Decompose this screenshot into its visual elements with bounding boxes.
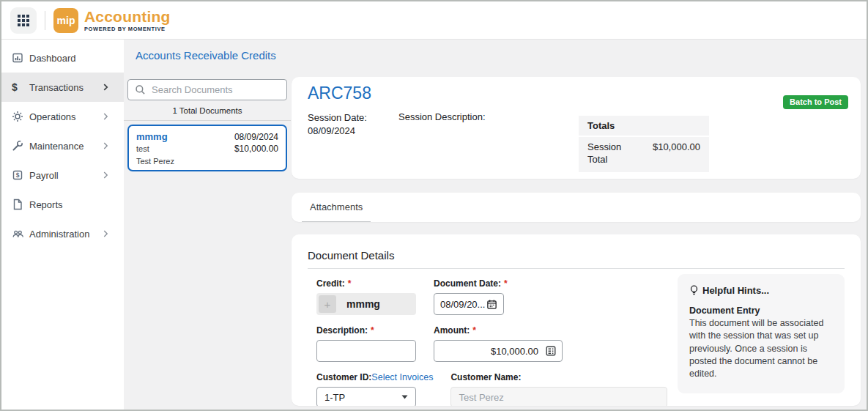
customer-id-label: Customer ID:	[316, 372, 371, 382]
customer-name-value: Test Perez	[459, 392, 503, 403]
search-box[interactable]	[127, 79, 287, 100]
calculator-icon[interactable]	[545, 345, 557, 357]
document-date-label: Document Date:	[434, 278, 501, 289]
brand-name: Accounting	[84, 9, 171, 24]
brand-tagline: POWERED BY MOMENTIVE	[84, 26, 171, 32]
sidebar-item-administration[interactable]: Administration	[1, 219, 124, 248]
credit-value: mmmg	[346, 298, 380, 310]
tab-label: Attachments	[310, 201, 363, 212]
customer-name-field: Test Perez	[450, 387, 667, 406]
wrench-icon	[12, 140, 29, 152]
tab-attachments[interactable]: Attachments	[302, 193, 371, 222]
app-window: mip Accounting POWERED BY MOMENTIVE Dash…	[0, 0, 868, 411]
sidebar-item-label: Reports	[29, 199, 63, 210]
document-description: test	[136, 144, 149, 153]
search-input[interactable]	[152, 84, 281, 95]
people-icon	[12, 228, 29, 240]
select-invoices-link[interactable]: Select Invoices	[371, 372, 433, 382]
sidebar-item-dashboard[interactable]: Dashboard	[1, 43, 124, 73]
sidebar: Dashboard $ Transactions Operations	[1, 40, 124, 410]
mip-logo[interactable]: mip	[53, 8, 78, 33]
add-credit-button[interactable]: +	[319, 295, 336, 313]
app-launcher-button[interactable]	[10, 7, 37, 34]
documents-panel: Accounts Receivable Credits 1 Total Docu…	[124, 40, 291, 410]
document-name: mmmg	[136, 131, 168, 142]
sidebar-item-transactions[interactable]: $ Transactions	[1, 73, 124, 102]
mip-logo-text: mip	[57, 15, 75, 26]
grid-icon	[18, 15, 29, 26]
document-date: 08/09/2024	[234, 132, 278, 142]
description-label: Description:	[316, 325, 368, 336]
sidebar-item-label: Administration	[29, 229, 89, 240]
session-date-value: 08/09/2024	[308, 125, 374, 138]
total-documents-label: 1 Total Documents	[124, 100, 291, 121]
required-asterisk: *	[348, 278, 352, 289]
hints-title: Helpful Hints...	[702, 285, 769, 296]
credit-field: + mmmg	[316, 293, 416, 315]
document-date-field[interactable]: 08/09/20...	[434, 293, 504, 315]
chevron-right-icon	[100, 170, 111, 180]
document-date-value: 08/09/20...	[440, 299, 485, 310]
brand-block: Accounting POWERED BY MOMENTIVE	[84, 9, 171, 32]
sidebar-item-operations[interactable]: Operations	[1, 102, 124, 131]
required-asterisk: *	[504, 278, 508, 289]
document-details-card: Document Details Credit: * + mmmg	[292, 234, 861, 406]
sidebar-item-label: Dashboard	[29, 53, 76, 64]
sidebar-item-label: Payroll	[29, 170, 59, 181]
amount-value: $10,000.00	[491, 346, 538, 357]
customer-name-label: Customer Name:	[450, 372, 521, 382]
calendar-icon[interactable]	[486, 299, 497, 310]
amount-label: Amount:	[434, 325, 470, 336]
svg-text:$: $	[16, 171, 20, 179]
session-header-card: ARC758 Session Date: 08/09/2024 Session …	[292, 77, 861, 179]
customer-id-select[interactable]: 1-TP	[316, 387, 416, 406]
attachments-card: Attachments	[292, 193, 861, 222]
description-input[interactable]	[316, 340, 416, 362]
caret-down-icon	[401, 395, 408, 399]
document-list-item[interactable]: mmmg 08/09/2024 test $10,000.00 Test Per…	[127, 125, 287, 171]
details-divider	[308, 268, 845, 269]
dollar-icon: $	[12, 81, 29, 93]
details-heading: Document Details	[308, 249, 845, 262]
dashboard-icon	[12, 52, 29, 64]
top-bar: mip Accounting POWERED BY MOMENTIVE	[1, 1, 867, 40]
session-id: ARC758	[308, 84, 845, 103]
helpful-hints-panel: Helpful Hints... Document Entry This doc…	[678, 274, 845, 393]
hints-heading: Document Entry	[689, 306, 833, 316]
gear-icon	[12, 111, 29, 122]
session-description-label: Session Description:	[398, 111, 486, 137]
credit-label: Credit:	[316, 278, 345, 289]
totals-row-value: $10,000.00	[631, 141, 700, 152]
sidebar-item-payroll[interactable]: $ Payroll	[1, 160, 124, 190]
chevron-right-icon	[100, 82, 111, 92]
sidebar-item-maintenance[interactable]: Maintenance	[1, 131, 124, 160]
required-asterisk: *	[371, 325, 374, 336]
totals-table: Totals Session Total $10,000.00	[579, 116, 709, 172]
customer-id-value: 1-TP	[324, 392, 345, 403]
document-icon	[12, 199, 29, 210]
chevron-right-icon	[100, 229, 111, 239]
totals-header: Totals	[579, 116, 709, 136]
topbar-divider	[45, 11, 45, 30]
totals-row: Session Total $10,000.00	[579, 137, 709, 172]
status-badge: Batch to Post	[783, 95, 848, 109]
sidebar-item-label: Operations	[29, 111, 76, 122]
document-amount: $10,000.00	[234, 144, 278, 154]
chevron-right-icon	[100, 141, 111, 151]
sidebar-item-label: Maintenance	[29, 141, 84, 152]
payroll-icon: $	[12, 169, 29, 181]
amount-field[interactable]: $10,000.00	[434, 340, 563, 362]
plus-icon: +	[324, 298, 331, 311]
required-asterisk: *	[472, 325, 476, 336]
totals-row-label: Session Total	[587, 141, 631, 166]
chevron-right-icon	[100, 111, 111, 122]
document-customer: Test Perez	[136, 157, 278, 166]
lightbulb-icon	[689, 285, 699, 296]
search-icon	[135, 84, 146, 95]
hints-body: This document will be associated with th…	[689, 317, 833, 380]
session-date-label: Session Date:	[308, 111, 374, 125]
sidebar-item-label: Transactions	[29, 82, 84, 93]
page-title: Accounts Receivable Credits	[136, 49, 291, 62]
main-content: ARC758 Session Date: 08/09/2024 Session …	[291, 40, 867, 410]
sidebar-item-reports[interactable]: Reports	[1, 190, 124, 219]
